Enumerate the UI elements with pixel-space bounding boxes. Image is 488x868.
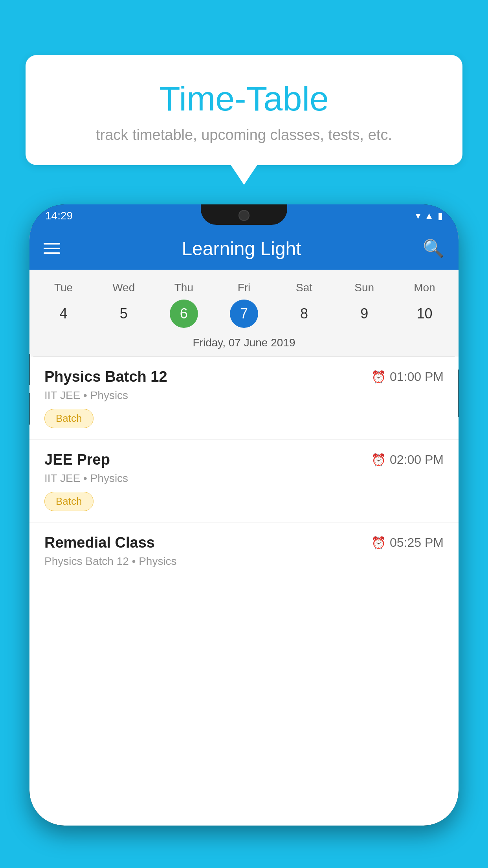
volume-down-button xyxy=(29,393,30,425)
class-item-header: Physics Batch 12⏰ 01:00 PM xyxy=(44,368,444,385)
day-name: Tue xyxy=(54,281,73,294)
day-col[interactable]: Fri7 xyxy=(218,281,270,328)
batch-badge: Batch xyxy=(44,409,94,428)
calendar-section: Tue4Wed5Thu6Fri7Sat8Sun9Mon10 Friday, 07… xyxy=(29,270,459,357)
phone-notch xyxy=(201,204,287,225)
class-name: Physics Batch 12 xyxy=(44,368,167,385)
phone-container: 14:29 ▾ ▲ ▮ Learning Light 🔍 xyxy=(29,204,459,868)
day-col[interactable]: Wed5 xyxy=(98,281,149,328)
class-item[interactable]: Remedial Class⏰ 05:25 PMPhysics Batch 12… xyxy=(29,522,459,586)
clock-icon: ⏰ xyxy=(371,370,386,384)
app-bar: Learning Light 🔍 xyxy=(29,227,459,270)
day-number: 9 xyxy=(350,300,378,328)
phone-frame: 14:29 ▾ ▲ ▮ Learning Light 🔍 xyxy=(29,204,459,826)
bubble-subtitle: track timetable, upcoming classes, tests… xyxy=(57,127,431,143)
day-name: Sat xyxy=(296,281,312,294)
day-number: 7 xyxy=(230,300,258,328)
class-meta: IIT JEE • Physics xyxy=(44,472,444,485)
status-icons: ▾ ▲ ▮ xyxy=(416,210,443,221)
wifi-icon: ▾ xyxy=(416,210,420,221)
speech-bubble: Time-Table track timetable, upcoming cla… xyxy=(26,55,462,165)
menu-button[interactable] xyxy=(44,243,60,254)
day-number: 10 xyxy=(410,300,438,328)
day-col[interactable]: Sun9 xyxy=(339,281,390,328)
clock-icon: ⏰ xyxy=(371,453,386,467)
class-time: ⏰ 01:00 PM xyxy=(371,370,444,384)
class-meta: Physics Batch 12 • Physics xyxy=(44,555,444,568)
battery-icon: ▮ xyxy=(438,210,443,221)
power-button xyxy=(458,370,459,417)
class-item[interactable]: JEE Prep⏰ 02:00 PMIIT JEE • PhysicsBatch xyxy=(29,440,459,522)
search-button[interactable]: 🔍 xyxy=(423,238,444,259)
day-name: Mon xyxy=(414,281,435,294)
volume-up-button xyxy=(29,354,30,385)
class-item-header: Remedial Class⏰ 05:25 PM xyxy=(44,534,444,551)
day-number: 4 xyxy=(50,300,78,328)
class-name: Remedial Class xyxy=(44,534,155,551)
day-name: Fri xyxy=(238,281,251,294)
class-item-header: JEE Prep⏰ 02:00 PM xyxy=(44,451,444,468)
signal-icon: ▲ xyxy=(424,210,434,221)
day-col[interactable]: Tue4 xyxy=(38,281,89,328)
selected-date-label: Friday, 07 June 2019 xyxy=(33,330,455,357)
day-number: 6 xyxy=(170,300,198,328)
day-number: 5 xyxy=(110,300,138,328)
app-title: Learning Light xyxy=(60,238,423,259)
class-list: Physics Batch 12⏰ 01:00 PMIIT JEE • Phys… xyxy=(29,357,459,586)
bubble-title: Time-Table xyxy=(57,79,431,119)
class-meta: IIT JEE • Physics xyxy=(44,389,444,402)
day-col[interactable]: Thu6 xyxy=(158,281,209,328)
class-time: ⏰ 02:00 PM xyxy=(371,452,444,467)
day-name: Wed xyxy=(112,281,135,294)
days-row: Tue4Wed5Thu6Fri7Sat8Sun9Mon10 xyxy=(33,278,455,330)
clock-icon: ⏰ xyxy=(371,536,386,550)
class-time: ⏰ 05:25 PM xyxy=(371,535,444,550)
day-col[interactable]: Sat8 xyxy=(279,281,330,328)
day-name: Sun xyxy=(354,281,374,294)
day-col[interactable]: Mon10 xyxy=(399,281,450,328)
speech-bubble-section: Time-Table track timetable, upcoming cla… xyxy=(26,55,462,165)
day-number: 8 xyxy=(290,300,318,328)
class-item[interactable]: Physics Batch 12⏰ 01:00 PMIIT JEE • Phys… xyxy=(29,357,459,440)
batch-badge: Batch xyxy=(44,492,94,511)
class-name: JEE Prep xyxy=(44,451,110,468)
phone-camera xyxy=(238,210,250,221)
status-time: 14:29 xyxy=(45,210,73,222)
day-name: Thu xyxy=(174,281,193,294)
phone-screen: Learning Light 🔍 Tue4Wed5Thu6Fri7Sat8Sun… xyxy=(29,227,459,826)
